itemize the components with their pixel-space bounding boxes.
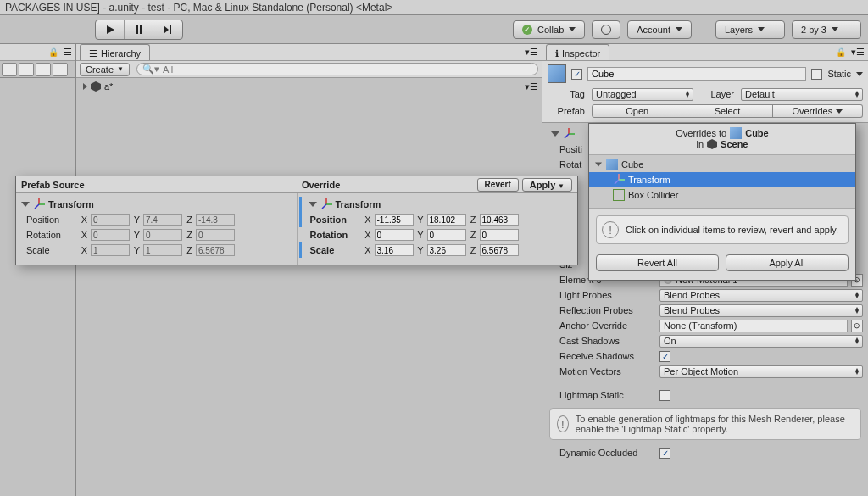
- src-rot-y: [143, 229, 182, 241]
- foldout-icon[interactable]: [551, 131, 559, 137]
- step-button[interactable]: [153, 20, 182, 39]
- static-checkbox[interactable]: [811, 69, 822, 80]
- foldout-icon[interactable]: [595, 163, 602, 167]
- overrides-tree-transform[interactable]: Transform: [589, 172, 855, 187]
- layout-dropdown[interactable]: 2 by 3: [792, 20, 861, 39]
- transform-icon: [563, 128, 575, 140]
- motion-vectors-dropdown[interactable]: Per Object Motion▴▾: [659, 365, 863, 378]
- active-checkbox[interactable]: [571, 69, 582, 80]
- lock-icon[interactable]: 🔒: [48, 47, 58, 57]
- account-dropdown[interactable]: Account: [627, 20, 692, 39]
- play-button[interactable]: [96, 20, 125, 39]
- move-tool[interactable]: [19, 63, 34, 76]
- playback-controls: [95, 20, 183, 40]
- hierarchy-tab[interactable]: ☰Hierarchy: [80, 44, 150, 60]
- ov-pos-x[interactable]: [375, 214, 414, 226]
- light-probes-dropdown[interactable]: Blend Probes▴▾: [659, 289, 863, 302]
- scene-view-strip: 🔒☰: [0, 44, 76, 496]
- lightmap-info-box: ! To enable generation of lightmaps for …: [549, 408, 861, 440]
- anchor-override-field[interactable]: None (Transform): [659, 320, 848, 332]
- create-dropdown[interactable]: Create▼: [80, 63, 130, 76]
- src-rot-x: [91, 229, 130, 241]
- overrides-tree-root[interactable]: Cube: [589, 157, 855, 172]
- inspector-tab[interactable]: ℹInspector: [546, 44, 609, 60]
- check-icon: ✓: [522, 25, 532, 35]
- svg-line-7: [565, 134, 569, 138]
- lightmap-static-checkbox[interactable]: [659, 390, 670, 401]
- svg-line-16: [615, 180, 619, 184]
- inspector-header: Static Tag Untagged▴▾ Layer Default▴▾ Pr…: [542, 61, 868, 123]
- info-icon: !: [602, 221, 619, 238]
- overrides-target: Cube: [745, 128, 769, 138]
- cloud-icon: [601, 25, 611, 35]
- ov-rot-z[interactable]: [480, 229, 519, 241]
- ov-rot-y[interactable]: [427, 229, 466, 241]
- static-label: Static: [827, 69, 851, 79]
- src-pos-z: [196, 214, 235, 226]
- cast-shadows-dropdown[interactable]: On▴▾: [659, 335, 863, 348]
- cloud-button[interactable]: [592, 20, 620, 39]
- overrides-tree-boxcollider[interactable]: Box Collider: [589, 187, 855, 203]
- overrides-title-prefix: Overrides to: [676, 128, 726, 138]
- dynamic-occluded-checkbox[interactable]: [659, 448, 670, 459]
- gameobject-name-input[interactable]: [587, 67, 806, 81]
- ov-scale-z[interactable]: [480, 244, 519, 256]
- ov-scale-x[interactable]: [375, 244, 414, 256]
- scene-row[interactable]: a* ▾☰: [80, 80, 538, 93]
- layer-dropdown[interactable]: Default▴▾: [741, 88, 863, 101]
- overrides-tree: Cube Transform Box Collider: [589, 154, 855, 209]
- prefab-label: Prefab: [548, 106, 588, 116]
- reflection-probes-dropdown[interactable]: Blend Probes▴▾: [659, 304, 863, 317]
- hand-tool[interactable]: [2, 63, 17, 76]
- light-probes-label: Light Probes: [548, 290, 656, 300]
- window-title: PACKAGES IN USE] - a.unity - test - PC, …: [0, 0, 868, 15]
- apply-all-button[interactable]: Apply All: [726, 254, 849, 271]
- hierarchy-search[interactable]: 🔍▾All: [136, 63, 538, 75]
- ov-pos-y[interactable]: [427, 214, 466, 226]
- svg-line-13: [322, 204, 326, 209]
- foldout-icon[interactable]: [21, 202, 30, 207]
- prefab-compare-popup: Prefab Source Override Revert Apply ▼ Tr…: [15, 176, 578, 265]
- foldout-icon[interactable]: [309, 202, 317, 207]
- panel-menu-icon[interactable]: ▾☰: [851, 47, 865, 58]
- panel-menu-icon[interactable]: ☰: [64, 47, 72, 58]
- src-rot-z: [196, 229, 235, 241]
- prefab-source-header: Prefab Source: [16, 176, 297, 192]
- main-toolbar: ✓Collab Account Layers 2 by 3: [0, 15, 868, 44]
- layers-dropdown[interactable]: Layers: [715, 20, 785, 39]
- svg-marker-3: [164, 25, 169, 34]
- prefab-icon: [606, 159, 618, 170]
- overrides-in-prefix: in: [697, 139, 704, 149]
- prefab-select-button[interactable]: Select: [682, 104, 772, 118]
- lightmap-static-label: Lightmap Static: [548, 390, 656, 400]
- ov-scale-y[interactable]: [427, 244, 466, 256]
- apply-dropdown-button[interactable]: Apply ▼: [522, 178, 572, 192]
- scale-tool[interactable]: [53, 63, 68, 76]
- lock-icon[interactable]: 🔒: [836, 47, 846, 57]
- hierarchy-tree[interactable]: a* ▾☰: [76, 78, 542, 496]
- ov-pos-z[interactable]: [480, 214, 519, 226]
- revert-button[interactable]: Revert: [477, 178, 519, 192]
- panel-menu-icon[interactable]: ▾☰: [525, 47, 538, 58]
- scene-menu-icon[interactable]: ▾☰: [525, 81, 538, 92]
- svg-rect-2: [140, 25, 142, 34]
- prefab-overrides-button[interactable]: Overrides: [773, 104, 863, 118]
- gameobject-icon[interactable]: [548, 64, 566, 83]
- box-collider-icon: [613, 189, 625, 201]
- prefab-open-button[interactable]: Open: [592, 104, 682, 118]
- object-picker-button[interactable]: ⊙: [851, 320, 863, 332]
- static-dropdown-icon[interactable]: [856, 72, 863, 76]
- prefab-override-column: Transform Position X Y Z Rotation X Y Z …: [298, 193, 578, 265]
- search-icon: 🔍▾: [142, 64, 159, 75]
- revert-all-button[interactable]: Revert All: [596, 254, 719, 271]
- scene-label: a*: [104, 81, 113, 92]
- expand-icon[interactable]: [83, 83, 87, 90]
- collab-dropdown[interactable]: ✓Collab: [513, 20, 585, 39]
- receive-shadows-checkbox[interactable]: [659, 351, 670, 362]
- ov-rot-x[interactable]: [375, 229, 414, 241]
- transform-icon: [320, 198, 332, 210]
- rotate-tool[interactable]: [36, 63, 51, 76]
- tag-dropdown[interactable]: Untagged▴▾: [592, 88, 693, 101]
- info-icon: !: [557, 415, 569, 432]
- pause-button[interactable]: [125, 20, 153, 39]
